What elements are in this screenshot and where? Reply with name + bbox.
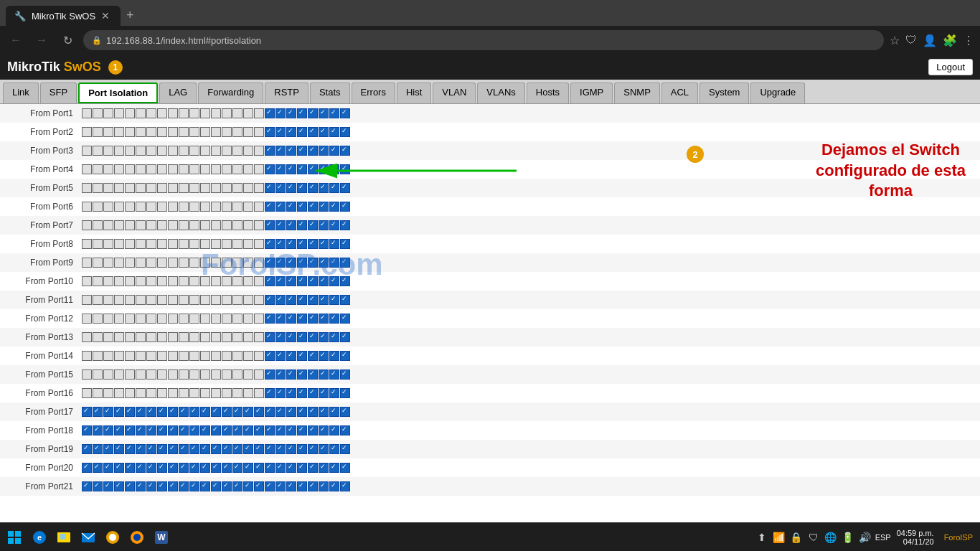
checkbox[interactable]: [232, 183, 242, 193]
checkbox[interactable]: [179, 369, 189, 380]
tab-port-isolation[interactable]: Port Isolation: [78, 83, 158, 103]
checkbox[interactable]: [82, 164, 92, 174]
checkbox[interactable]: [297, 220, 307, 230]
checkbox[interactable]: [114, 332, 124, 342]
checkbox[interactable]: [329, 388, 339, 398]
checkbox[interactable]: [146, 239, 156, 249]
checkbox[interactable]: [125, 164, 135, 174]
checkbox[interactable]: [93, 183, 103, 193]
checkbox[interactable]: [308, 258, 318, 268]
checkbox[interactable]: [146, 481, 156, 491]
checkbox[interactable]: [93, 388, 103, 398]
checkbox[interactable]: [200, 220, 210, 230]
checkbox[interactable]: [146, 351, 156, 361]
checkbox[interactable]: [275, 127, 286, 137]
checkbox[interactable]: [211, 164, 221, 174]
checkbox[interactable]: [308, 295, 318, 305]
checkbox[interactable]: [189, 444, 199, 454]
checkbox[interactable]: [254, 463, 264, 473]
checkbox[interactable]: [179, 202, 189, 212]
active-tab[interactable]: 🔧 MikroTik SwOS ✕: [6, 6, 121, 26]
checkbox[interactable]: [157, 351, 167, 361]
checkbox[interactable]: [308, 332, 318, 342]
checkbox[interactable]: [82, 276, 92, 286]
checkbox[interactable]: [222, 239, 232, 249]
checkbox[interactable]: [189, 351, 199, 361]
bookmark-icon[interactable]: ☆: [890, 34, 900, 47]
checkbox[interactable]: [297, 332, 307, 342]
checkbox[interactable]: [232, 220, 242, 230]
checkbox[interactable]: [93, 127, 103, 137]
checkbox[interactable]: [243, 202, 253, 212]
checkbox[interactable]: [297, 164, 307, 174]
checkbox[interactable]: [243, 332, 253, 342]
checkbox[interactable]: [243, 444, 253, 454]
checkbox[interactable]: [146, 202, 156, 212]
checkbox[interactable]: [136, 276, 146, 286]
tab-acl[interactable]: ACL: [661, 83, 698, 103]
checkbox[interactable]: [200, 425, 210, 435]
checkbox[interactable]: [157, 369, 167, 380]
checkbox[interactable]: [157, 425, 167, 435]
checkbox[interactable]: [93, 202, 103, 212]
checkbox[interactable]: [308, 220, 318, 230]
checkbox[interactable]: [329, 425, 339, 435]
checkbox[interactable]: [179, 407, 189, 417]
checkbox[interactable]: [211, 183, 221, 193]
checkbox[interactable]: [222, 183, 232, 193]
checkbox[interactable]: [275, 239, 286, 249]
checkbox[interactable]: [93, 146, 103, 156]
tray-sound-icon[interactable]: 🔊: [858, 530, 872, 545]
checkbox[interactable]: [319, 183, 329, 193]
checkbox[interactable]: [265, 164, 275, 174]
checkbox[interactable]: [93, 108, 103, 118]
checkbox[interactable]: [286, 220, 296, 230]
checkbox[interactable]: [157, 295, 167, 305]
checkbox[interactable]: [200, 314, 210, 324]
checkbox[interactable]: [189, 108, 199, 118]
checkbox[interactable]: [243, 369, 253, 380]
checkbox[interactable]: [146, 127, 156, 137]
checkbox[interactable]: [265, 407, 275, 417]
checkbox[interactable]: [93, 463, 103, 473]
checkbox[interactable]: [319, 146, 329, 156]
checkbox[interactable]: [286, 258, 296, 268]
checkbox[interactable]: [136, 351, 146, 361]
checkbox[interactable]: [125, 314, 135, 324]
checkbox[interactable]: [275, 444, 286, 454]
tab-upgrade[interactable]: Upgrade: [750, 83, 805, 103]
checkbox[interactable]: [340, 425, 350, 435]
checkbox[interactable]: [103, 220, 113, 230]
checkbox[interactable]: [211, 258, 221, 268]
taskbar-explorer-icon[interactable]: [53, 527, 75, 548]
checkbox[interactable]: [146, 314, 156, 324]
checkbox[interactable]: [211, 127, 221, 137]
checkbox[interactable]: [222, 407, 232, 417]
checkbox[interactable]: [243, 295, 253, 305]
checkbox[interactable]: [308, 407, 318, 417]
checkbox[interactable]: [319, 164, 329, 174]
checkbox[interactable]: [275, 220, 286, 230]
checkbox[interactable]: [136, 127, 146, 137]
checkbox[interactable]: [329, 202, 339, 212]
checkbox[interactable]: [114, 108, 124, 118]
checkbox[interactable]: [93, 164, 103, 174]
checkbox[interactable]: [82, 407, 92, 417]
checkbox[interactable]: [232, 202, 242, 212]
checkbox[interactable]: [146, 183, 156, 193]
checkbox[interactable]: [103, 369, 113, 380]
checkbox[interactable]: [179, 127, 189, 137]
checkbox[interactable]: [232, 314, 242, 324]
profile-icon[interactable]: 👤: [923, 34, 937, 47]
checkbox[interactable]: [319, 481, 329, 491]
checkbox[interactable]: [200, 183, 210, 193]
checkbox[interactable]: [200, 127, 210, 137]
checkbox[interactable]: [168, 444, 178, 454]
checkbox[interactable]: [254, 425, 264, 435]
checkbox[interactable]: [232, 295, 242, 305]
checkbox[interactable]: [232, 127, 242, 137]
checkbox[interactable]: [211, 202, 221, 212]
checkbox[interactable]: [329, 295, 339, 305]
tab-sfp[interactable]: SFP: [40, 83, 77, 103]
checkbox[interactable]: [265, 388, 275, 398]
